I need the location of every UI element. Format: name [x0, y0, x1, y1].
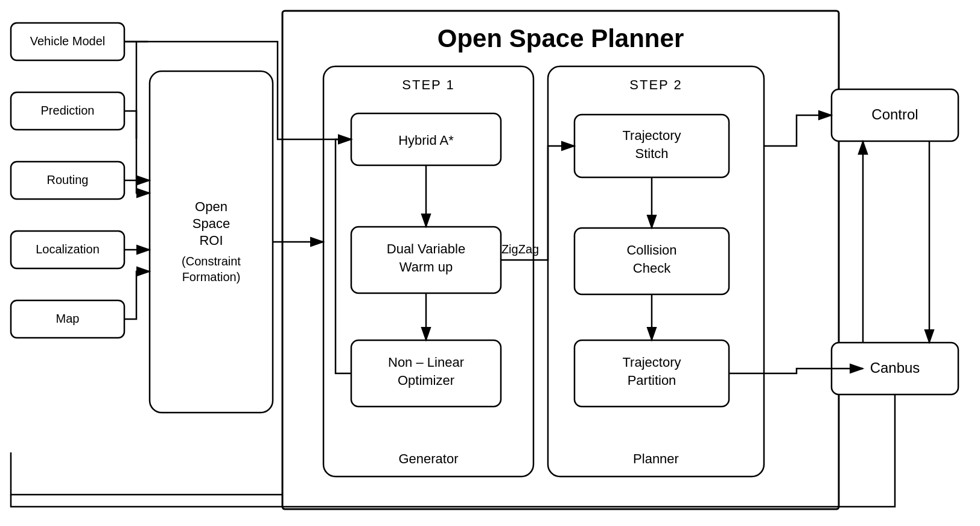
control-label: Control: [871, 106, 918, 122]
zigzag-label: ZigZag: [501, 242, 539, 256]
roi-label-4: (Constraint: [182, 255, 241, 268]
collision-check-label-2: Check: [633, 261, 671, 276]
nonlinear-label-1: Non – Linear: [388, 355, 464, 370]
routing-label: Routing: [47, 173, 89, 186]
step1-label: STEP 1: [402, 77, 454, 92]
prediction-label: Prediction: [41, 104, 95, 117]
step2-label: STEP 2: [629, 77, 682, 92]
dual-var-label-2: Warm up: [399, 259, 453, 274]
generator-label: Generator: [398, 451, 458, 466]
main-title: Open Space Planner: [438, 24, 684, 52]
planner-label: Planner: [633, 451, 679, 466]
canbus-label: Canbus: [870, 360, 920, 376]
traj-stitch-label-2: Stitch: [635, 146, 668, 161]
roi-label-2: Space: [192, 216, 230, 231]
traj-partition-label-2: Partition: [628, 373, 676, 388]
dual-var-label-1: Dual Variable: [387, 241, 465, 256]
hybrid-a-label: Hybrid A*: [398, 133, 454, 148]
collision-check-label-1: Collision: [626, 242, 676, 258]
traj-stitch-label-1: Trajectory: [623, 128, 681, 143]
vehicle-model-label: Vehicle Model: [30, 34, 106, 48]
traj-partition-label-1: Trajectory: [623, 355, 681, 370]
nonlinear-label-2: Optimizer: [398, 373, 454, 388]
roi-label-3: ROI: [199, 233, 223, 248]
map-label: Map: [56, 312, 80, 325]
roi-label-5: Formation): [182, 270, 241, 284]
roi-label-1: Open: [195, 199, 228, 214]
diagram-container: Open Space Planner STEP 1 Generator STEP…: [0, 0, 980, 526]
localization-label: Localization: [36, 242, 100, 256]
